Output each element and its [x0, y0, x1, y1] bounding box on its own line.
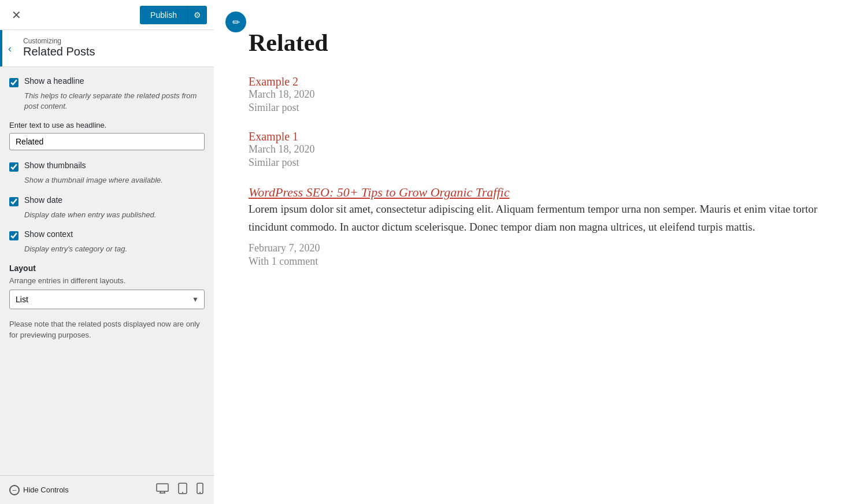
preview-area: ✏ Related Example 2 March 18, 2020 Simil…: [214, 0, 867, 504]
layout-section: Layout Arrange entries in different layo…: [9, 264, 205, 309]
post-title-link[interactable]: Example 2: [249, 75, 298, 88]
post-context: Similar post: [249, 157, 832, 169]
headline-field-label: Enter text to use as headline.: [9, 121, 205, 129]
post-item: Example 1 March 18, 2020 Similar post: [249, 130, 832, 169]
show-thumbnails-label[interactable]: Show thumbnails: [24, 161, 86, 170]
show-context-checkbox[interactable]: [9, 231, 18, 240]
svg-point-5: [182, 492, 183, 493]
desktop-device-button[interactable]: [155, 482, 170, 498]
post-context: Similar post: [249, 102, 832, 114]
back-button[interactable]: ‹: [6, 40, 14, 57]
layout-select[interactable]: List Grid Cards: [9, 290, 205, 309]
show-context-row: Show context: [9, 229, 205, 240]
layout-subtext: Arrange entries in different layouts.: [9, 276, 205, 285]
settings-button[interactable]: ⚙: [187, 6, 207, 24]
publish-button[interactable]: Publish: [140, 6, 187, 24]
show-thumbnails-row: Show thumbnails: [9, 161, 205, 172]
show-context-desc: Display entry's category or tag.: [24, 244, 205, 254]
publish-area: Publish ⚙: [140, 6, 207, 24]
hide-controls-label: Hide Controls: [23, 486, 69, 494]
show-date-checkbox[interactable]: [9, 197, 18, 206]
featured-post-date: February 7, 2020: [249, 242, 832, 254]
post-date: March 18, 2020: [249, 88, 832, 101]
hide-controls-button[interactable]: – Hide Controls: [9, 485, 69, 495]
mobile-device-button[interactable]: [195, 481, 205, 498]
note-text: Please note that the related posts displ…: [9, 318, 205, 341]
tablet-device-button[interactable]: [177, 481, 188, 498]
post-item: Example 2 March 18, 2020 Similar post: [249, 75, 832, 114]
svg-point-7: [199, 492, 201, 493]
featured-post-title-link[interactable]: WordPress SEO: 50+ Tips to Grow Organic …: [249, 185, 509, 199]
show-headline-checkbox[interactable]: [9, 78, 18, 87]
show-date-desc: Display date when entry was published.: [24, 210, 205, 220]
layout-heading: Layout: [9, 264, 205, 273]
bottom-bar: – Hide Controls: [0, 475, 214, 504]
show-date-row: Show date: [9, 195, 205, 206]
headline-input[interactable]: [9, 133, 205, 150]
show-thumbnails-checkbox[interactable]: [9, 162, 18, 172]
show-context-label[interactable]: Show context: [24, 229, 73, 239]
related-heading: Related: [249, 29, 832, 57]
panel-content: Show a headline This helps to clearly se…: [0, 67, 214, 475]
show-date-label[interactable]: Show date: [24, 195, 62, 205]
post-title-link[interactable]: Example 1: [249, 130, 298, 143]
layout-select-wrapper: List Grid Cards ▼: [9, 290, 205, 309]
show-thumbnails-desc: Show a thumbnail image where available.: [24, 175, 205, 186]
show-headline-desc: This helps to clearly separate the relat…: [24, 91, 205, 112]
show-headline-row: Show a headline: [9, 76, 205, 87]
section-title: Related Posts: [23, 45, 95, 58]
post-date: March 18, 2020: [249, 143, 832, 155]
top-bar: ✕ Publish ⚙: [0, 0, 214, 30]
customizing-label: Customizing: [23, 37, 205, 45]
show-headline-label[interactable]: Show a headline: [24, 76, 84, 86]
edit-pencil-button[interactable]: ✏: [225, 12, 246, 32]
featured-post-item: WordPress SEO: 50+ Tips to Grow Organic …: [249, 185, 832, 268]
left-panel: ✕ Publish ⚙ ‹ Customizing Related Posts …: [0, 0, 214, 504]
svg-rect-0: [157, 484, 168, 491]
device-icons: [155, 481, 205, 498]
close-button[interactable]: ✕: [7, 6, 26, 24]
featured-post-context: With 1 comment: [249, 255, 832, 268]
featured-post-excerpt: Lorem ipsum dolor sit amet, consectetur …: [249, 200, 832, 236]
breadcrumb: ‹ Customizing Related Posts: [0, 30, 214, 67]
hide-controls-icon: –: [9, 485, 20, 495]
